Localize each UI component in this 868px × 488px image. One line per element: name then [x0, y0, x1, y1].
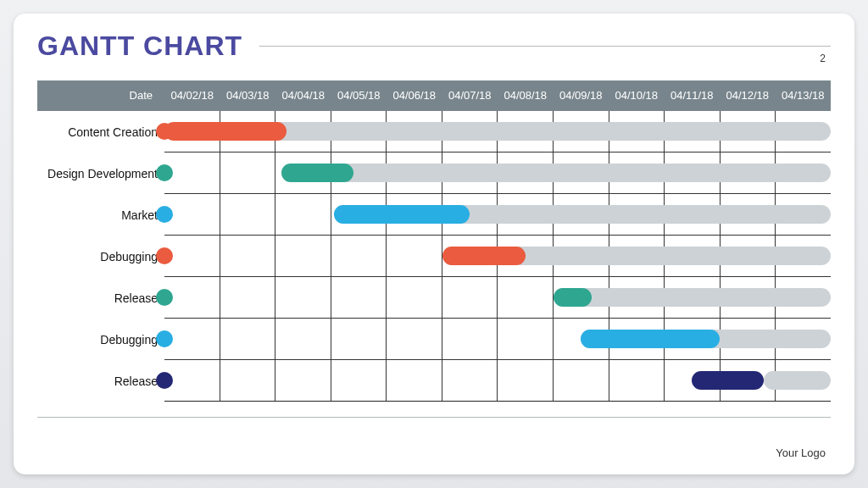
task-label: Debugging — [37, 250, 164, 263]
date-column: 04/06/18 — [387, 80, 442, 111]
gantt-row: Content Creation — [37, 111, 831, 152]
task-label: Design Development — [37, 167, 164, 180]
grid-col — [220, 152, 275, 193]
grid-col — [275, 319, 331, 359]
grid-col — [220, 319, 275, 359]
chart-header-row: Date 04/02/1804/03/1804/04/1804/05/1804/… — [37, 80, 831, 111]
gantt-row: Market — [37, 194, 831, 236]
task-progress-bar — [554, 288, 593, 307]
grid-col — [386, 236, 442, 276]
date-column: 04/05/18 — [331, 80, 387, 111]
task-progress-bar — [692, 371, 764, 390]
page-title: GANTT CHART — [37, 30, 242, 62]
footer-rule — [37, 417, 831, 418]
title-row: GANTT CHART — [37, 30, 831, 62]
date-column: 04/12/18 — [720, 80, 776, 111]
grid-col — [331, 360, 387, 401]
grid-col — [275, 236, 331, 276]
gantt-rows: Content CreationDesign DevelopmentMarket… — [37, 111, 831, 402]
task-remaining-bar — [764, 371, 831, 390]
gantt-row: Release — [37, 277, 831, 319]
grid-col — [331, 277, 387, 318]
grid-col — [442, 360, 498, 401]
grid-col — [220, 236, 275, 276]
date-column: 04/10/18 — [609, 80, 665, 111]
grid-col — [386, 277, 442, 318]
gantt-row: Release — [37, 360, 831, 402]
grid-col — [331, 236, 387, 276]
task-progress-bar — [281, 164, 353, 182]
task-dot-icon — [156, 372, 173, 389]
task-dot-icon — [156, 330, 173, 347]
task-remaining-bar — [554, 288, 832, 307]
grid-col — [220, 360, 275, 401]
grid-col — [442, 319, 498, 359]
task-label: Debugging — [37, 333, 164, 347]
task-label: Release — [37, 291, 164, 305]
task-label: Release — [37, 374, 164, 388]
grid-col — [275, 194, 331, 235]
task-dot-icon — [156, 206, 173, 223]
slide-card: GANTT CHART 2 Date 04/02/1804/03/1804/04… — [14, 14, 854, 474]
task-track — [164, 111, 831, 152]
task-label: Content Creation — [37, 125, 164, 139]
grid-col — [220, 194, 275, 235]
task-progress-bar — [164, 122, 287, 141]
grid-col — [497, 319, 553, 359]
date-column: 04/09/18 — [554, 80, 609, 111]
date-column: 04/03/18 — [220, 80, 276, 111]
task-track — [164, 194, 831, 236]
task-track — [164, 277, 831, 319]
grid-col — [331, 319, 387, 359]
task-remaining-bar — [281, 164, 831, 182]
page-number: 2 — [820, 53, 826, 64]
grid-col — [275, 277, 331, 318]
logo-text: Your Logo — [776, 446, 826, 459]
header-label: Date — [37, 80, 164, 111]
date-column: 04/08/18 — [498, 80, 554, 111]
date-column: 04/02/18 — [164, 80, 220, 111]
timeline-header: 04/02/1804/03/1804/04/1804/05/1804/06/18… — [164, 80, 831, 111]
gantt-chart: Date 04/02/1804/03/1804/04/1804/05/1804/… — [37, 80, 831, 402]
task-label: Market — [37, 208, 164, 222]
grid-col — [220, 277, 275, 318]
task-progress-bar — [334, 205, 470, 224]
grid-col — [386, 360, 442, 401]
grid-col — [609, 360, 665, 401]
gantt-row: Debugging — [37, 319, 831, 360]
grid-col — [386, 319, 442, 359]
task-track — [164, 319, 831, 360]
task-track — [164, 152, 831, 194]
task-track — [164, 360, 831, 402]
title-rule — [259, 46, 831, 47]
gantt-row: Debugging — [37, 236, 831, 277]
grid-col — [497, 277, 553, 318]
grid-col — [497, 360, 553, 401]
grid-col — [553, 360, 609, 401]
grid-col — [275, 360, 331, 401]
grid-col — [442, 277, 498, 318]
date-column: 04/07/18 — [442, 80, 498, 111]
date-column: 04/11/18 — [665, 80, 721, 111]
date-column: 04/13/18 — [776, 80, 832, 111]
task-dot-icon — [156, 123, 173, 140]
task-progress-bar — [581, 330, 720, 348]
task-dot-icon — [156, 247, 173, 264]
task-dot-icon — [156, 289, 173, 306]
task-progress-bar — [442, 247, 526, 265]
task-dot-icon — [156, 164, 173, 181]
task-track — [164, 236, 831, 277]
date-column: 04/04/18 — [275, 80, 331, 111]
gantt-row: Design Development — [37, 152, 831, 194]
